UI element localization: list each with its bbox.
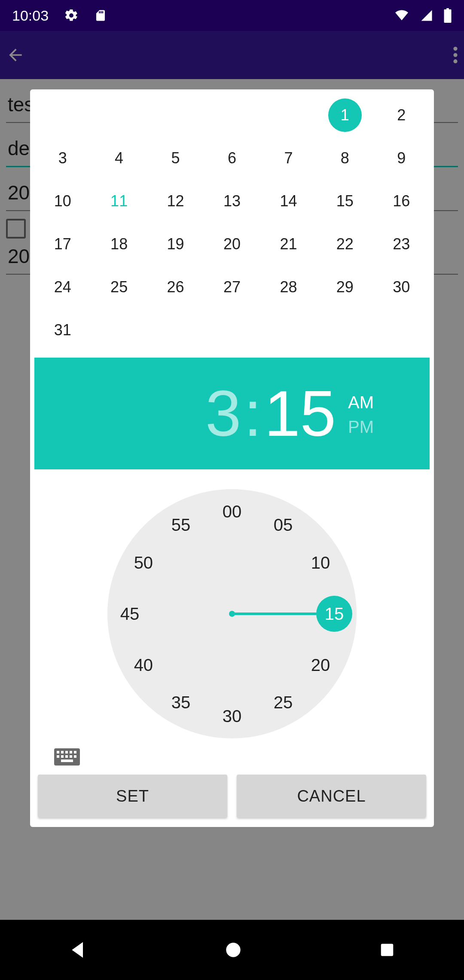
svg-rect-16 <box>381 944 394 956</box>
calendar-day[interactable]: 20 <box>204 223 260 266</box>
clock-minute-mark[interactable]: 20 <box>302 647 339 683</box>
cancel-button[interactable]: CANCEL <box>237 775 426 818</box>
calendar-grid: 1234567891011121314151617181920212223242… <box>34 94 430 352</box>
svg-rect-9 <box>57 755 59 758</box>
svg-rect-11 <box>65 755 68 758</box>
time-colon: : <box>244 377 262 451</box>
clock-minute-mark[interactable]: 35 <box>163 684 199 720</box>
signal-icon <box>420 9 433 22</box>
calendar-day[interactable]: 25 <box>91 266 147 309</box>
calendar-day[interactable]: 11 <box>91 180 147 223</box>
time-hour[interactable]: 3 <box>205 377 241 451</box>
calendar-day[interactable]: 29 <box>317 266 373 309</box>
clock-minute-mark[interactable]: 45 <box>112 596 148 632</box>
svg-rect-12 <box>70 755 72 758</box>
calendar-day[interactable]: 17 <box>34 223 91 266</box>
calendar-day[interactable]: 8 <box>317 137 373 180</box>
calendar-cell-empty <box>204 94 260 137</box>
nav-back-icon[interactable] <box>69 940 88 959</box>
gear-icon <box>64 8 79 23</box>
sd-card-icon <box>94 8 107 23</box>
wifi-icon <box>394 9 410 22</box>
clock-hand <box>232 612 317 615</box>
clock-face[interactable]: 000510152025303540455055 <box>107 489 357 738</box>
svg-rect-6 <box>65 751 68 753</box>
calendar-cell-empty <box>91 94 147 137</box>
clock-minute-mark[interactable]: 40 <box>125 647 162 683</box>
calendar-day[interactable]: 14 <box>260 180 317 223</box>
calendar-day[interactable]: 27 <box>204 266 260 309</box>
calendar-day[interactable]: 3 <box>34 137 91 180</box>
svg-rect-5 <box>61 751 64 753</box>
calendar-day[interactable]: 30 <box>373 266 430 309</box>
calendar-day[interactable]: 28 <box>260 266 317 309</box>
clock-minute-mark[interactable]: 50 <box>125 545 162 581</box>
clock-minute-mark[interactable]: 30 <box>214 698 250 734</box>
clock-minute-mark[interactable]: 25 <box>265 684 301 720</box>
status-bar: 10:03 <box>0 0 464 31</box>
calendar-day[interactable]: 10 <box>34 180 91 223</box>
svg-rect-14 <box>61 760 73 762</box>
datetime-picker-dialog: 1234567891011121314151617181920212223242… <box>30 89 434 827</box>
svg-rect-8 <box>74 751 76 753</box>
set-button[interactable]: SET <box>38 775 227 818</box>
calendar-cell-empty <box>260 94 317 137</box>
clock-minute-mark[interactable]: 10 <box>302 545 339 581</box>
pm-toggle[interactable]: PM <box>348 417 374 437</box>
svg-rect-7 <box>70 751 72 753</box>
clock-pivot <box>229 611 235 617</box>
calendar-day[interactable]: 5 <box>147 137 204 180</box>
calendar-day[interactable]: 24 <box>34 266 91 309</box>
calendar-day[interactable]: 26 <box>147 266 204 309</box>
battery-icon <box>443 8 452 23</box>
time-display-header: 3 : 15 AM PM <box>34 358 430 469</box>
calendar-day[interactable]: 23 <box>373 223 430 266</box>
calendar-cell-empty <box>147 94 204 137</box>
calendar-day[interactable]: 2 <box>373 94 430 137</box>
svg-point-15 <box>226 943 240 957</box>
calendar-day[interactable]: 7 <box>260 137 317 180</box>
calendar-cell-empty <box>34 94 91 137</box>
calendar-day[interactable]: 31 <box>34 309 91 352</box>
svg-rect-13 <box>74 755 76 758</box>
calendar-day[interactable]: 9 <box>373 137 430 180</box>
calendar-day[interactable]: 12 <box>147 180 204 223</box>
calendar-day[interactable]: 15 <box>317 180 373 223</box>
keyboard-input-icon[interactable] <box>54 748 430 768</box>
clock-minute-mark[interactable]: 15 <box>316 596 352 632</box>
time-minute[interactable]: 15 <box>264 377 336 451</box>
calendar-day[interactable]: 19 <box>147 223 204 266</box>
clock-minute-mark[interactable]: 55 <box>163 507 199 543</box>
nav-home-icon[interactable] <box>225 941 242 959</box>
nav-bar <box>0 920 464 980</box>
calendar-day[interactable]: 1 <box>317 94 373 137</box>
clock-minute-mark[interactable]: 00 <box>214 493 250 530</box>
calendar-day[interactable]: 22 <box>317 223 373 266</box>
svg-rect-4 <box>57 751 59 753</box>
calendar-day[interactable]: 21 <box>260 223 317 266</box>
calendar-day[interactable]: 16 <box>373 180 430 223</box>
nav-recent-icon[interactable] <box>379 942 395 958</box>
calendar-day[interactable]: 13 <box>204 180 260 223</box>
clock-minute-mark[interactable]: 05 <box>265 507 301 543</box>
calendar-day[interactable]: 4 <box>91 137 147 180</box>
am-toggle[interactable]: AM <box>348 393 374 412</box>
status-clock: 10:03 <box>12 7 49 24</box>
svg-rect-10 <box>61 755 64 758</box>
calendar-day[interactable]: 18 <box>91 223 147 266</box>
calendar-day[interactable]: 6 <box>204 137 260 180</box>
